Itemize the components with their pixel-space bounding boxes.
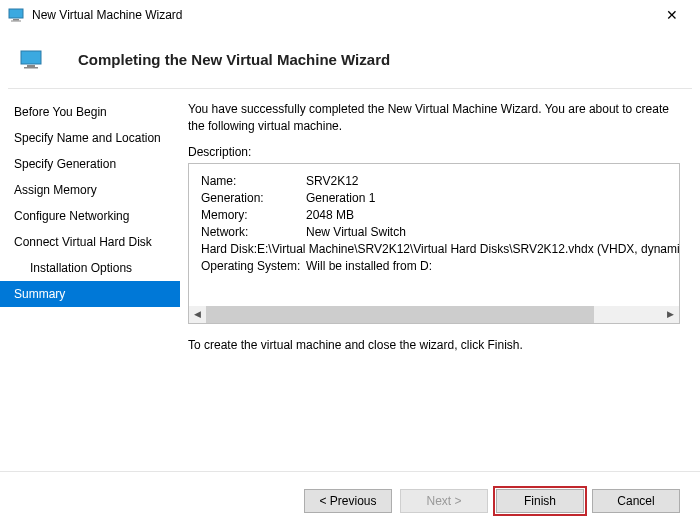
os-label: Operating System: <box>201 259 306 273</box>
name-value: SRV2K12 <box>306 174 358 188</box>
network-value: New Virtual Switch <box>306 225 406 239</box>
scroll-left-icon[interactable]: ◀ <box>189 306 206 323</box>
wizard-content: You have successfully completed the New … <box>180 89 700 449</box>
finish-button[interactable]: Finish <box>496 489 584 513</box>
detail-row-harddisk: Hard Disk: E:\Virtual Machine\SRV2K12\Vi… <box>201 242 667 256</box>
window-title: New Virtual Machine Wizard <box>32 8 652 22</box>
harddisk-label: Hard Disk: <box>201 242 257 256</box>
step-configure-networking[interactable]: Configure Networking <box>0 203 180 229</box>
name-label: Name: <box>201 174 306 188</box>
step-connect-vhd[interactable]: Connect Virtual Hard Disk <box>0 229 180 255</box>
next-button: Next > <box>400 489 488 513</box>
svg-rect-5 <box>24 67 38 69</box>
cancel-button[interactable]: Cancel <box>592 489 680 513</box>
title-bar: New Virtual Machine Wizard ✕ <box>0 0 700 30</box>
description-box: Name: SRV2K12 Generation: Generation 1 M… <box>188 163 680 324</box>
generation-label: Generation: <box>201 191 306 205</box>
intro-text: You have successfully completed the New … <box>188 101 682 135</box>
svg-rect-0 <box>9 9 23 18</box>
description-label: Description: <box>188 145 682 159</box>
scroll-right-icon[interactable]: ▶ <box>662 306 679 323</box>
detail-row-os: Operating System: Will be installed from… <box>201 259 667 273</box>
wizard-header: Completing the New Virtual Machine Wizar… <box>0 30 700 88</box>
wizard-footer: < Previous Next > Finish Cancel <box>0 471 700 529</box>
previous-button[interactable]: < Previous <box>304 489 392 513</box>
svg-rect-2 <box>11 21 21 22</box>
step-specify-name[interactable]: Specify Name and Location <box>0 125 180 151</box>
detail-row-network: Network: New Virtual Switch <box>201 225 667 239</box>
step-specify-generation[interactable]: Specify Generation <box>0 151 180 177</box>
instruction-text: To create the virtual machine and close … <box>188 338 682 352</box>
os-value: Will be installed from D: <box>306 259 432 273</box>
close-button[interactable]: ✕ <box>652 0 692 30</box>
horizontal-scrollbar[interactable]: ◀ ▶ <box>189 306 679 323</box>
svg-rect-4 <box>27 65 35 67</box>
harddisk-value: E:\Virtual Machine\SRV2K12\Virtual Hard … <box>257 242 679 256</box>
description-content: Name: SRV2K12 Generation: Generation 1 M… <box>189 164 679 306</box>
page-title: Completing the New Virtual Machine Wizar… <box>78 51 390 68</box>
generation-value: Generation 1 <box>306 191 375 205</box>
scroll-track[interactable] <box>206 306 662 323</box>
detail-row-generation: Generation: Generation 1 <box>201 191 667 205</box>
detail-row-memory: Memory: 2048 MB <box>201 208 667 222</box>
step-installation-options[interactable]: Installation Options <box>0 255 180 281</box>
wizard-icon <box>20 48 42 70</box>
detail-row-name: Name: SRV2K12 <box>201 174 667 188</box>
scroll-thumb[interactable] <box>206 306 594 323</box>
app-icon <box>8 7 24 23</box>
wizard-steps-sidebar: Before You Begin Specify Name and Locati… <box>0 89 180 449</box>
svg-rect-3 <box>21 51 41 64</box>
step-summary[interactable]: Summary <box>0 281 180 307</box>
step-before-you-begin[interactable]: Before You Begin <box>0 99 180 125</box>
network-label: Network: <box>201 225 306 239</box>
svg-rect-1 <box>13 19 19 21</box>
memory-label: Memory: <box>201 208 306 222</box>
step-assign-memory[interactable]: Assign Memory <box>0 177 180 203</box>
memory-value: 2048 MB <box>306 208 354 222</box>
